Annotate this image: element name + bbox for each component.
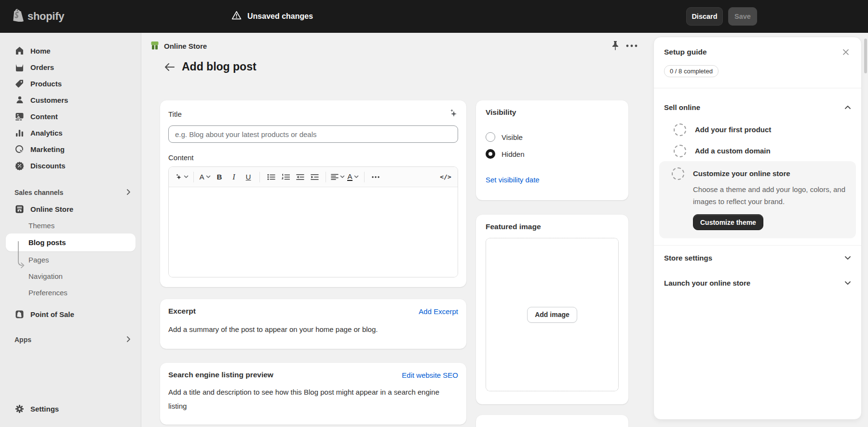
task-customize-online-store[interactable]: Customize your online store bbox=[667, 167, 848, 180]
home-icon bbox=[14, 46, 25, 56]
person-icon bbox=[14, 95, 25, 105]
italic-button[interactable]: I bbox=[228, 170, 240, 184]
task-add-custom-domain[interactable]: Add a custom domain bbox=[664, 145, 851, 157]
chevron-down-icon bbox=[844, 253, 851, 262]
target-cursor-icon bbox=[14, 144, 25, 154]
orders-icon bbox=[14, 62, 25, 72]
blog-title-input[interactable] bbox=[168, 125, 458, 143]
shopify-wordmark: shopify bbox=[27, 10, 64, 23]
featured-image-dropzone[interactable]: Add image bbox=[486, 238, 619, 391]
numbered-list-button[interactable] bbox=[279, 170, 292, 184]
task-incomplete-icon bbox=[672, 167, 684, 180]
sidebar-item-discounts[interactable]: Discounts bbox=[6, 157, 136, 174]
store-settings-section-header[interactable]: Store settings bbox=[664, 253, 851, 262]
ai-sparkle-icon[interactable] bbox=[448, 108, 458, 120]
ai-assist-button[interactable] bbox=[175, 170, 189, 184]
bulleted-list-button[interactable] bbox=[265, 170, 277, 184]
sidebar-item-orders[interactable]: Orders bbox=[6, 59, 136, 75]
online-store-channel-icon bbox=[150, 41, 160, 52]
rich-text-editor: A B I U bbox=[168, 166, 458, 277]
toolbar-separator bbox=[364, 172, 365, 182]
task-add-first-product[interactable]: Add your first product bbox=[664, 124, 851, 136]
launch-store-section-header[interactable]: Launch your online store bbox=[664, 278, 851, 287]
sidebar-item-analytics[interactable]: Analytics bbox=[6, 124, 136, 141]
toolbar-separator bbox=[259, 172, 260, 182]
breadcrumb[interactable]: Online Store bbox=[150, 41, 207, 52]
excerpt-card: Excerpt Add Excerpt Add a summary of the… bbox=[160, 299, 466, 349]
setup-guide-title: Setup guide bbox=[664, 48, 707, 56]
more-actions-icon[interactable] bbox=[625, 41, 638, 50]
visibility-card: Visibility Visible Hidden Set visibility… bbox=[476, 100, 628, 200]
pin-icon[interactable] bbox=[610, 40, 621, 52]
storefront-icon bbox=[14, 204, 25, 214]
text-style-button[interactable]: A bbox=[199, 170, 211, 184]
media-icon bbox=[14, 111, 25, 122]
code-view-button[interactable]: </> bbox=[439, 170, 452, 184]
shopify-logo[interactable]: shopify bbox=[12, 9, 64, 24]
back-arrow-icon[interactable] bbox=[164, 63, 175, 71]
toolbar-separator bbox=[326, 172, 326, 182]
underline-button[interactable]: U bbox=[242, 170, 255, 184]
sidebar-subitem-preferences[interactable]: Preferences bbox=[6, 284, 136, 301]
sales-channels-header[interactable]: Sales channels bbox=[6, 187, 136, 198]
task-incomplete-icon bbox=[674, 124, 686, 136]
sidebar-item-point-of-sale[interactable]: Point of Sale bbox=[6, 306, 136, 322]
topbar: shopify Unsaved changes Discard Save bbox=[0, 0, 868, 33]
save-bar-actions: Discard Save bbox=[686, 7, 757, 26]
radio-checked-icon bbox=[486, 149, 495, 159]
save-button[interactable]: Save bbox=[728, 7, 757, 26]
alignment-button[interactable] bbox=[331, 170, 345, 184]
discard-button[interactable]: Discard bbox=[686, 7, 723, 26]
seo-description: Add a title and description to see how t… bbox=[168, 385, 443, 413]
visibility-title: Visibility bbox=[486, 108, 619, 117]
sell-online-section-header[interactable]: Sell online bbox=[664, 103, 851, 111]
divider bbox=[654, 88, 861, 88]
page-title-row: Add blog post bbox=[164, 60, 257, 73]
apps-header[interactable]: Apps bbox=[6, 334, 136, 345]
bold-button[interactable]: B bbox=[213, 170, 226, 184]
add-excerpt-link[interactable]: Add Excerpt bbox=[419, 307, 458, 316]
page-title: Add blog post bbox=[182, 60, 257, 73]
radio-unchecked-icon bbox=[486, 132, 495, 142]
text-color-button[interactable]: A bbox=[347, 170, 359, 184]
sidebar-item-online-store[interactable]: Online Store bbox=[6, 201, 136, 217]
close-icon[interactable] bbox=[841, 47, 851, 57]
customize-theme-button[interactable]: Customize theme bbox=[693, 214, 763, 230]
sidebar-item-customers[interactable]: Customers bbox=[6, 92, 136, 108]
tag-icon bbox=[14, 79, 25, 89]
featured-image-card: Featured image Add image bbox=[476, 215, 628, 404]
add-image-button[interactable]: Add image bbox=[527, 307, 577, 323]
sidebar-subitem-themes[interactable]: Themes bbox=[6, 217, 136, 234]
warning-icon bbox=[231, 11, 242, 22]
sidebar-item-home[interactable]: Home bbox=[6, 42, 136, 59]
sidebar-item-settings[interactable]: Settings bbox=[6, 400, 136, 417]
more-formatting-icon[interactable] bbox=[369, 170, 382, 184]
visibility-hidden-option[interactable]: Hidden bbox=[486, 148, 619, 160]
sidebar-subitem-pages[interactable]: Pages bbox=[6, 251, 136, 268]
task-description: Choose a theme and add your logo, colors… bbox=[693, 183, 854, 207]
outdent-button[interactable] bbox=[294, 170, 306, 184]
unsaved-changes-banner: Unsaved changes bbox=[231, 11, 313, 22]
toolbar-separator bbox=[193, 172, 194, 182]
sidebar-subitem-blog-posts[interactable]: Blog posts bbox=[6, 234, 136, 251]
set-visibility-date-link[interactable]: Set visibility date bbox=[486, 176, 540, 184]
chevron-right-icon bbox=[126, 189, 131, 197]
chevron-right-icon bbox=[126, 336, 131, 344]
sidebar-subitem-navigation[interactable]: Navigation bbox=[6, 268, 136, 284]
discount-badge-icon bbox=[14, 161, 25, 171]
scrollbar-thumb[interactable] bbox=[864, 39, 867, 73]
seo-title: Search engine listing preview bbox=[168, 371, 273, 379]
indent-button[interactable] bbox=[308, 170, 321, 184]
sidebar-item-products[interactable]: Products bbox=[6, 75, 136, 92]
content-field-label: Content bbox=[168, 153, 458, 162]
task-incomplete-icon bbox=[674, 145, 686, 157]
edit-website-seo-link[interactable]: Edit website SEO bbox=[402, 371, 458, 379]
visibility-visible-option[interactable]: Visible bbox=[486, 131, 619, 143]
unsaved-changes-text: Unsaved changes bbox=[247, 12, 313, 21]
title-field-label: Title bbox=[168, 110, 182, 118]
content-editor-area[interactable] bbox=[169, 187, 458, 277]
task-customize-store-expanded: Customize your online store Choose a the… bbox=[659, 161, 856, 238]
setup-guide-panel: Setup guide 0 / 8 completed Sell online … bbox=[653, 37, 862, 420]
sidebar-item-content[interactable]: Content bbox=[6, 108, 136, 124]
sidebar-item-marketing[interactable]: Marketing bbox=[6, 141, 136, 157]
